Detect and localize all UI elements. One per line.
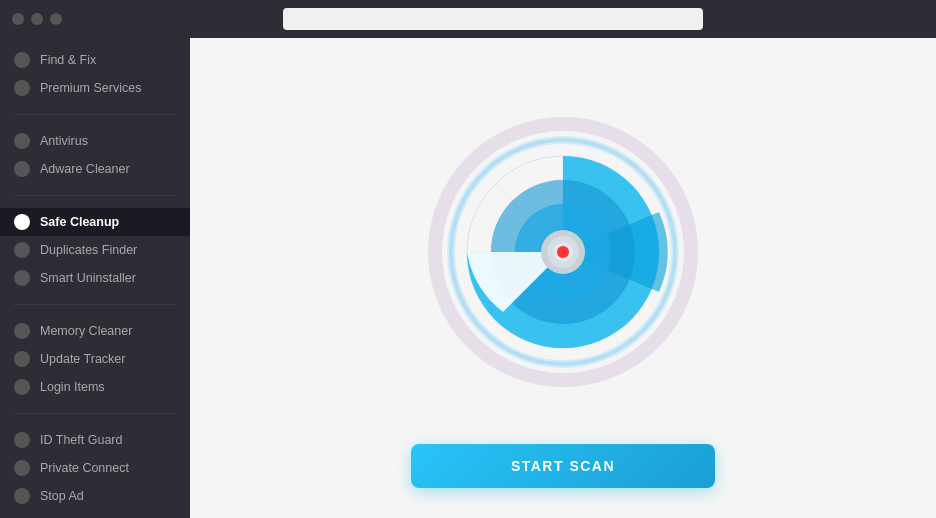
sidebar-item-smart-uninstaller[interactable]: Smart Uninstaller	[0, 264, 190, 292]
divider-3	[14, 304, 176, 305]
divider-2	[14, 195, 176, 196]
titlebar	[0, 0, 936, 38]
sidebar-item-premium-services[interactable]: Premium Services	[0, 74, 190, 102]
sidebar-item-login-items[interactable]: Login Items	[0, 373, 190, 401]
sidebar-item-safe-cleanup[interactable]: Safe Cleanup	[0, 208, 190, 236]
sidebar-group-4: Memory Cleaner Update Tracker Login Item…	[0, 309, 190, 409]
titlebar-search	[283, 8, 703, 30]
sidebar-label-id-theft-guard: ID Theft Guard	[40, 433, 122, 447]
sidebar-label-login-items: Login Items	[40, 380, 105, 394]
sidebar-dot-smart-uninstaller	[14, 270, 30, 286]
sidebar-label-safe-cleanup: Safe Cleanup	[40, 215, 119, 229]
sidebar-dot-premium-services	[14, 80, 30, 96]
sidebar-dot-private-connect	[14, 460, 30, 476]
sidebar-item-antivirus[interactable]: Antivirus	[0, 127, 190, 155]
sidebar-label-find-fix: Find & Fix	[40, 53, 96, 67]
sidebar-dot-id-theft-guard	[14, 432, 30, 448]
radar-container	[423, 60, 703, 444]
minimize-dot[interactable]	[31, 13, 43, 25]
sidebar-dot-login-items	[14, 379, 30, 395]
sidebar-dot-duplicates-finder	[14, 242, 30, 258]
divider-4	[14, 413, 176, 414]
sidebar-item-adware-cleaner[interactable]: Adware Cleaner	[0, 155, 190, 183]
sidebar-dot-memory-cleaner	[14, 323, 30, 339]
sidebar-group-1: Find & Fix Premium Services	[0, 38, 190, 110]
sidebar-item-update-tracker[interactable]: Update Tracker	[0, 345, 190, 373]
sidebar-label-adware-cleaner: Adware Cleaner	[40, 162, 130, 176]
sidebar: Find & Fix Premium Services Antivirus Ad…	[0, 0, 190, 518]
sidebar-label-stop-ad: Stop Ad	[40, 489, 84, 503]
sidebar-item-stop-ad[interactable]: Stop Ad	[0, 482, 190, 510]
sidebar-group-5: ID Theft Guard Private Connect Stop Ad	[0, 418, 190, 518]
sidebar-dot-stop-ad	[14, 488, 30, 504]
sidebar-dot-update-tracker	[14, 351, 30, 367]
sidebar-item-private-connect[interactable]: Private Connect	[0, 454, 190, 482]
sidebar-label-smart-uninstaller: Smart Uninstaller	[40, 271, 136, 285]
sidebar-dot-antivirus	[14, 133, 30, 149]
close-dot[interactable]	[12, 13, 24, 25]
sidebar-label-duplicates-finder: Duplicates Finder	[40, 243, 137, 257]
svg-point-15	[557, 246, 569, 258]
sidebar-dot-safe-cleanup	[14, 214, 30, 230]
maximize-dot[interactable]	[50, 13, 62, 25]
sidebar-group-3: Safe Cleanup Duplicates Finder Smart Uni…	[0, 200, 190, 300]
sidebar-label-private-connect: Private Connect	[40, 461, 129, 475]
sidebar-dot-find-fix	[14, 52, 30, 68]
sidebar-label-premium-services: Premium Services	[40, 81, 141, 95]
sidebar-item-id-theft-guard[interactable]: ID Theft Guard	[0, 426, 190, 454]
sidebar-label-update-tracker: Update Tracker	[40, 352, 125, 366]
sidebar-label-memory-cleaner: Memory Cleaner	[40, 324, 132, 338]
start-scan-button[interactable]: START SCAN	[411, 444, 715, 488]
radar-visual	[423, 112, 703, 392]
window-controls	[12, 13, 62, 25]
divider-1	[14, 114, 176, 115]
sidebar-item-memory-cleaner[interactable]: Memory Cleaner	[0, 317, 190, 345]
sidebar-item-duplicates-finder[interactable]: Duplicates Finder	[0, 236, 190, 264]
sidebar-item-find-fix[interactable]: Find & Fix	[0, 46, 190, 74]
sidebar-dot-adware-cleaner	[14, 161, 30, 177]
main-content: START SCAN	[190, 0, 936, 518]
sidebar-label-antivirus: Antivirus	[40, 134, 88, 148]
sidebar-group-2: Antivirus Adware Cleaner	[0, 119, 190, 191]
